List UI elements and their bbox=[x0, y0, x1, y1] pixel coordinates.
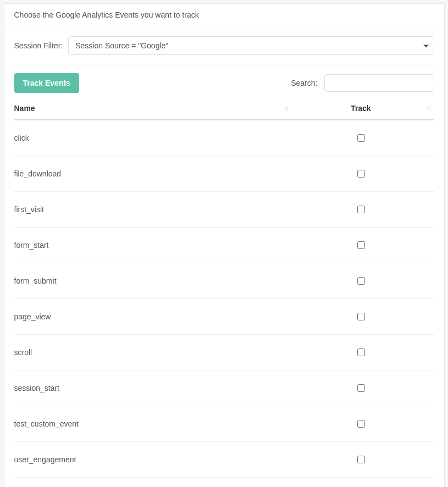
track-checkbox[interactable] bbox=[357, 384, 365, 392]
table-row: file_download bbox=[14, 156, 434, 192]
table-row: session_start bbox=[14, 370, 434, 406]
track-events-button[interactable]: Track Events bbox=[14, 73, 79, 93]
track-checkbox[interactable] bbox=[357, 170, 365, 178]
toolbar: Track Events Search: bbox=[4, 65, 444, 98]
search-label: Search: bbox=[291, 79, 317, 87]
table-row: form_start bbox=[14, 228, 434, 263]
event-track-cell bbox=[291, 406, 434, 442]
event-track-cell bbox=[291, 335, 434, 370]
event-name-cell: first_visit bbox=[14, 192, 291, 228]
event-track-cell bbox=[291, 370, 434, 406]
session-filter-row: Session Filter: Session Source = "Google… bbox=[4, 26, 444, 62]
track-checkbox[interactable] bbox=[357, 206, 365, 213]
card-title: Choose the Google Analytics Events you w… bbox=[4, 4, 444, 26]
event-track-cell bbox=[291, 299, 434, 335]
column-header-track-label: Track bbox=[351, 104, 371, 113]
event-track-cell bbox=[291, 192, 434, 228]
event-name-cell: click bbox=[14, 120, 291, 156]
events-table: Name ↑↓ Track ↑↓ clickfile_downloadfirst… bbox=[14, 98, 434, 487]
event-name-cell: user_engagement bbox=[14, 442, 291, 478]
track-checkbox[interactable] bbox=[357, 277, 365, 285]
column-header-name-label: Name bbox=[14, 104, 35, 113]
session-filter-label: Session Filter: bbox=[14, 41, 63, 50]
event-name-cell: test_custom_event bbox=[14, 406, 291, 442]
track-checkbox[interactable] bbox=[357, 313, 365, 320]
track-checkbox[interactable] bbox=[357, 348, 365, 356]
track-checkbox[interactable] bbox=[357, 241, 365, 249]
track-checkbox[interactable] bbox=[357, 456, 365, 463]
event-name-cell: form_submit bbox=[14, 263, 291, 299]
event-track-cell bbox=[291, 478, 434, 488]
event-name-cell: session_start bbox=[14, 370, 291, 406]
event-track-cell bbox=[291, 156, 434, 192]
event-track-cell bbox=[291, 120, 434, 156]
events-card: Choose the Google Analytics Events you w… bbox=[4, 3, 445, 487]
table-row: form_submit bbox=[14, 263, 434, 299]
event-name-cell: scroll bbox=[14, 335, 291, 370]
event-name-cell: form_start bbox=[14, 228, 291, 263]
search-input[interactable] bbox=[324, 74, 434, 92]
table-row: page_view bbox=[14, 299, 434, 335]
table-row: test_custom_event bbox=[14, 406, 434, 442]
column-header-track[interactable]: Track ↑↓ bbox=[291, 98, 434, 120]
event-name-cell: file_download bbox=[14, 156, 291, 192]
event-name-cell: page_view bbox=[14, 299, 291, 335]
track-checkbox[interactable] bbox=[357, 134, 365, 142]
table-row: scroll bbox=[14, 335, 434, 370]
column-header-name[interactable]: Name ↑↓ bbox=[14, 98, 291, 120]
table-row: first_visit bbox=[14, 192, 434, 228]
table-row: user_engagement bbox=[14, 442, 434, 478]
sort-icon: ↑↓ bbox=[427, 104, 431, 112]
event-track-cell bbox=[291, 263, 434, 299]
table-row: view_search_results bbox=[14, 478, 434, 488]
table-row: click bbox=[14, 120, 434, 156]
event-track-cell bbox=[291, 228, 434, 263]
event-name-cell: view_search_results bbox=[14, 478, 291, 488]
table-header-row: Name ↑↓ Track ↑↓ bbox=[14, 98, 434, 120]
session-filter-select[interactable]: Session Source = "Google" bbox=[68, 36, 434, 55]
event-track-cell bbox=[291, 442, 434, 478]
session-filter-select-wrap: Session Source = "Google" bbox=[68, 36, 434, 55]
track-checkbox[interactable] bbox=[357, 420, 365, 428]
sort-icon: ↑↓ bbox=[284, 104, 288, 112]
